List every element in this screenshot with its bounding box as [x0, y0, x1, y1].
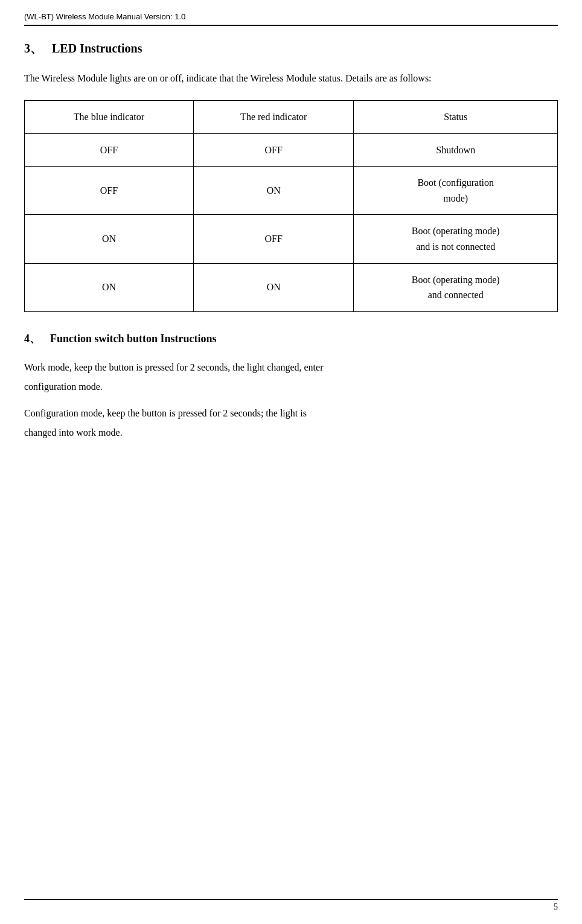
section3-number: 3、: [24, 40, 42, 57]
document-header: (WL-BT) Wireless Module Manual Version: …: [24, 12, 558, 26]
row4-status: Boot (operating mode) and connected: [354, 263, 558, 311]
col-header-blue: The blue indicator: [25, 101, 194, 134]
row1-blue: OFF: [25, 133, 194, 167]
section4-heading: 4、 Function switch button Instructions: [24, 331, 558, 346]
section3-heading: 3、 LED Instructions: [24, 40, 558, 57]
row2-blue: OFF: [25, 167, 194, 215]
row2-red: ON: [193, 167, 354, 215]
col-header-status: Status: [354, 101, 558, 134]
col-header-red: The red indicator: [193, 101, 354, 134]
section4-para1: Work mode, keep the button is pressed fo…: [24, 358, 558, 397]
row1-red: OFF: [193, 133, 354, 167]
table-row: ON OFF Boot (operating mode) and is not …: [25, 215, 558, 263]
section4-para2: Configuration mode, keep the button is p…: [24, 404, 558, 442]
row3-status: Boot (operating mode) and is not connect…: [354, 215, 558, 263]
row4-blue: ON: [25, 263, 194, 311]
section4-title-text: Function switch button Instructions: [50, 333, 217, 345]
footer-divider: [24, 899, 558, 900]
row4-red: ON: [193, 263, 354, 311]
table-row: ON ON Boot (operating mode) and connecte…: [25, 263, 558, 311]
header-text: (WL-BT) Wireless Module Manual Version: …: [24, 12, 185, 21]
row1-status: Shutdown: [354, 133, 558, 167]
section4-number: 4、: [24, 331, 40, 346]
row2-status: Boot (configuration mode): [354, 167, 558, 215]
row3-red: OFF: [193, 215, 354, 263]
table-header-row: The blue indicator The red indicator Sta…: [25, 101, 558, 134]
page-number: 5: [554, 902, 558, 912]
section3-intro: The Wireless Module lights are on or off…: [24, 69, 558, 88]
led-table: The blue indicator The red indicator Sta…: [24, 100, 558, 312]
section3-title-text: LED Instructions: [52, 42, 142, 56]
table-row: OFF OFF Shutdown: [25, 133, 558, 167]
table-row: OFF ON Boot (configuration mode): [25, 167, 558, 215]
row3-blue: ON: [25, 215, 194, 263]
